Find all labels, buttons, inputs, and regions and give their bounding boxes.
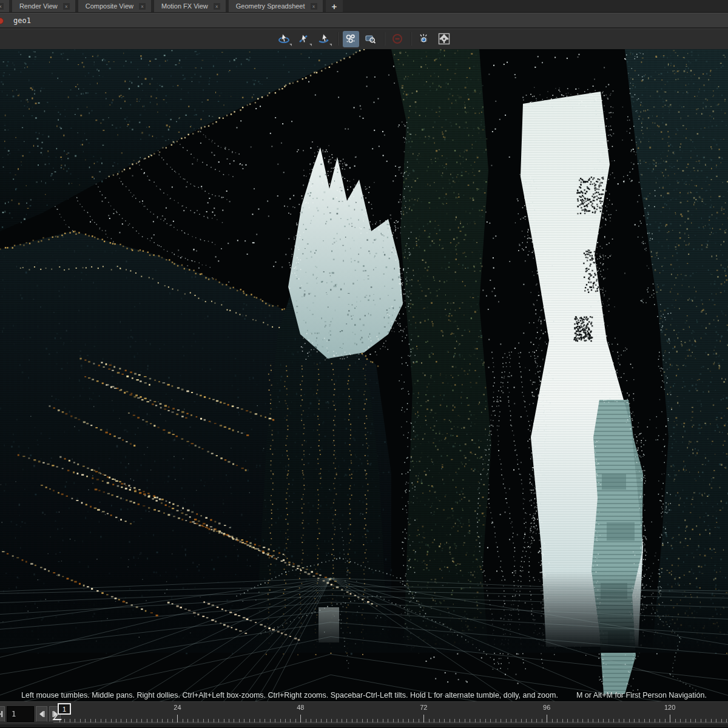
frame-tick: [450, 719, 450, 723]
frame-tick: [224, 719, 224, 723]
frame-tick: [275, 719, 275, 723]
frame-tick: [655, 719, 655, 723]
select-tool-button[interactable]: [296, 31, 312, 47]
viewport-canvas[interactable]: [0, 49, 728, 701]
dropdown-arrow-icon: [289, 44, 292, 46]
frame-tick: [465, 719, 465, 723]
current-frame-field[interactable]: [7, 706, 34, 722]
new-tab-button[interactable]: +: [326, 0, 343, 12]
frame-tick: [337, 719, 337, 723]
frame-tick: [208, 719, 209, 723]
step-back-button[interactable]: [36, 706, 47, 722]
network-path[interactable]: geo1: [13, 16, 31, 25]
frame-tick: [578, 719, 578, 723]
frame-tick-label: 72: [420, 704, 427, 711]
play-forward-button[interactable]: [0, 706, 5, 722]
frame-tick-label: 96: [543, 704, 550, 711]
frame-tick: [552, 719, 553, 723]
frame-tick: [675, 719, 676, 723]
frame-tick: [239, 719, 240, 723]
frame-tick-label: 120: [664, 704, 675, 711]
frame-tick: [306, 719, 306, 723]
handles-tool-button[interactable]: [316, 31, 332, 47]
frame-tick: [582, 719, 583, 723]
show-points-button[interactable]: [343, 31, 359, 47]
pane-tab[interactable]: Render Viewx: [12, 0, 75, 12]
frame-tick: [434, 719, 434, 723]
playbar-bottom-strip: [0, 724, 728, 727]
frame-tick: [229, 719, 229, 723]
tab-close-icon[interactable]: x: [311, 3, 317, 10]
box-zoom-button[interactable]: [363, 31, 379, 47]
view-tumble-icon: [278, 33, 290, 45]
frame-tick: [398, 719, 399, 723]
frame-tick: [157, 719, 158, 723]
toolbar-separator: [411, 32, 411, 46]
frame-tick: [393, 719, 394, 723]
dropdown-arrow-icon: [309, 44, 312, 46]
frame-tick: [454, 719, 455, 723]
frame-tick: [218, 719, 219, 723]
frame-ruler[interactable]: 244872961201: [53, 702, 728, 724]
frame-tick: [701, 719, 701, 723]
tab-close-icon[interactable]: x: [0, 3, 4, 10]
scene-viewport[interactable]: Left mouse tumbles. Middle pans. Right d…: [0, 49, 728, 701]
frame-tick: [280, 719, 281, 723]
step-back-icon: [38, 710, 46, 718]
frame-tick: [588, 719, 588, 723]
frame-tick: [413, 719, 414, 723]
frame-tick: [419, 719, 419, 723]
frame-tick: [111, 719, 112, 723]
pane-tab-label: Motion FX View: [161, 2, 208, 10]
frame-tick: [346, 719, 347, 723]
frame-tick: [485, 719, 486, 723]
pane-tab[interactable]: Composite Viewx: [78, 0, 151, 12]
playbar: 244872961201: [0, 701, 728, 727]
frame-tick: [706, 719, 706, 723]
frame-tick: [203, 719, 204, 723]
network-path-bar[interactable]: geo1: [0, 13, 728, 28]
frame-tick: [270, 719, 271, 723]
frame-tick: [152, 719, 152, 723]
frame-tick: [439, 719, 440, 723]
pane-tab[interactable]: n Editorx: [0, 0, 9, 12]
pane-tab[interactable]: Geometry Spreadsheetx: [229, 0, 323, 12]
frame-tick: [429, 719, 430, 723]
playhead-flag[interactable]: 1: [58, 703, 71, 715]
frame-tick: [265, 719, 265, 723]
frame-tick: [573, 719, 573, 723]
frame-tick: [95, 719, 96, 723]
view-tumble-tool-button[interactable]: [276, 31, 292, 47]
frame-tick: [542, 719, 542, 723]
frame-tick: [357, 719, 357, 723]
frame-tick: [547, 715, 547, 723]
frame-tick: [234, 719, 234, 723]
ruler-baseline: [53, 722, 728, 723]
frame-tick: [75, 719, 75, 723]
frame-tick: [408, 719, 409, 723]
pane-tab[interactable]: Motion FX Viewx: [154, 0, 226, 12]
frame-tick: [90, 719, 91, 723]
render-icon: [418, 33, 430, 45]
frame-tick: [106, 719, 106, 723]
tab-close-icon[interactable]: x: [139, 3, 146, 10]
points-icon: [345, 33, 357, 45]
frame-tick: [372, 719, 373, 723]
frame-tick: [634, 719, 635, 723]
frame-tick: [311, 719, 311, 723]
play-to-end-icon: [0, 710, 3, 718]
frame-tick: [214, 719, 214, 723]
frame-tick: [383, 719, 383, 723]
tab-close-icon[interactable]: x: [214, 3, 220, 10]
tab-close-icon[interactable]: x: [63, 3, 70, 10]
frame-tick: [711, 719, 712, 723]
frame-tick: [444, 719, 445, 723]
render-view-button[interactable]: [416, 31, 433, 47]
frame-tick: [116, 719, 116, 723]
frame-tick: [475, 719, 476, 723]
frame-tick: [300, 715, 301, 723]
snapping-disabled-button[interactable]: [389, 31, 406, 47]
display-options-button[interactable]: [436, 31, 453, 47]
frame-tick: [101, 719, 101, 723]
frame-tick: [249, 719, 250, 723]
